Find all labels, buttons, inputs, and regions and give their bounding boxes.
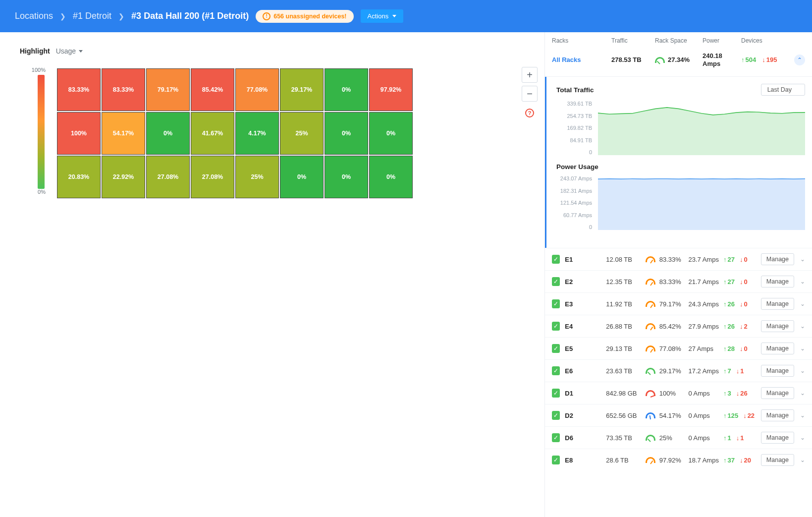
summary-row: All Racks 278.53 TB 27.34% 240.18 Amps 5…	[545, 47, 812, 77]
rack-devices-up: 1	[723, 434, 731, 442]
heatmap-cell[interactable]: 83.33%	[102, 69, 145, 111]
chevron-down-icon[interactable]: ⌄	[800, 457, 805, 463]
rack-traffic: 73.35 TB	[606, 434, 645, 442]
heatmap-cell[interactable]: 100%	[57, 113, 100, 154]
heatmap-cell[interactable]: 0%	[325, 156, 368, 198]
rack-checkbox[interactable]: ✓	[552, 366, 560, 375]
heatmap-cell[interactable]: 22.92%	[102, 156, 145, 198]
heatmap-cell[interactable]: 4.17%	[236, 113, 278, 154]
rack-traffic: 12.35 TB	[606, 278, 645, 286]
range-select[interactable]: Last Day	[761, 84, 805, 96]
help-icon[interactable]: ?	[525, 109, 534, 117]
rack-power: 18.7 Amps	[689, 457, 723, 464]
caret-down-icon	[392, 15, 396, 17]
gauge-icon	[646, 301, 655, 307]
chevron-down-icon[interactable]: ⌄	[800, 434, 805, 441]
manage-button[interactable]: Manage	[761, 320, 794, 332]
heatmap-cell[interactable]: 0%	[325, 113, 368, 154]
chevron-down-icon[interactable]: ⌄	[800, 300, 805, 307]
breadcrumb-locations[interactable]: Locations	[15, 11, 53, 21]
manage-button[interactable]: Manage	[761, 432, 794, 444]
rack-devices-down: 20	[740, 457, 751, 464]
rack-devices-up: 26	[723, 300, 735, 308]
rack-checkbox[interactable]: ✓	[552, 299, 560, 308]
rack-name: D2	[565, 412, 606, 419]
gauge-icon	[646, 345, 655, 351]
rack-name: E1	[565, 256, 606, 263]
rack-devices-down: 1	[736, 434, 744, 442]
traffic-chart-title: Total Traffic	[556, 86, 594, 94]
rack-row: ✓D2652.56 GB54.17%0 Amps12522Manage⌄	[545, 404, 812, 426]
rack-checkbox[interactable]: ✓	[552, 433, 560, 442]
heatmap-cell[interactable]: 79.17%	[147, 69, 189, 111]
heatmap-cell[interactable]: 27.08%	[147, 156, 189, 198]
manage-button[interactable]: Manage	[761, 454, 794, 466]
heatmap-cell[interactable]: 0%	[370, 156, 412, 198]
heatmap-cell[interactable]: 97.92%	[370, 69, 412, 111]
manage-button[interactable]: Manage	[761, 298, 794, 310]
rack-devices: 260	[723, 300, 761, 308]
rack-devices: 270	[723, 256, 761, 263]
rack-space-value: 54.17%	[659, 412, 681, 419]
heatmap-cell[interactable]: 25%	[236, 156, 278, 198]
chevron-down-icon[interactable]: ⌄	[800, 323, 805, 330]
heatmap-cell[interactable]: 85.42%	[191, 69, 234, 111]
rack-checkbox[interactable]: ✓	[552, 456, 560, 464]
actions-button[interactable]: Actions	[361, 9, 404, 23]
heatmap-cell[interactable]: 0%	[325, 69, 368, 111]
heatmap-cell[interactable]: 29.17%	[280, 69, 323, 111]
manage-button[interactable]: Manage	[761, 409, 794, 421]
manage-button[interactable]: Manage	[761, 276, 794, 287]
heatmap-cell[interactable]: 0%	[147, 113, 189, 154]
heatmap-cell[interactable]: 27.08%	[191, 156, 234, 198]
heatmap-cell[interactable]: 41.67%	[191, 113, 234, 154]
breadcrumb-detroit[interactable]: #1 Detroit	[73, 11, 111, 21]
rack-checkbox[interactable]: ✓	[552, 322, 560, 331]
heatmap-cell[interactable]: 0%	[280, 156, 323, 198]
heatmap-grid: 83.33%83.33%79.17%85.42%77.08%29.17%0%97…	[55, 67, 509, 200]
rack-space-value: 100%	[659, 390, 676, 397]
ylabel: 84.91 TB	[570, 137, 592, 143]
rack-checkbox[interactable]: ✓	[552, 255, 560, 264]
summary-traffic: 278.53 TB	[611, 56, 655, 63]
gauge-icon	[646, 323, 655, 329]
heatmap-cell[interactable]: 25%	[280, 113, 323, 154]
rack-devices: 326	[723, 390, 761, 397]
chevron-right-icon: ❯	[118, 12, 124, 20]
heatmap-cell[interactable]: 83.33%	[57, 69, 100, 111]
manage-button[interactable]: Manage	[761, 343, 794, 354]
caret-down-icon	[79, 50, 83, 53]
rack-checkbox[interactable]: ✓	[552, 344, 560, 353]
all-racks-link[interactable]: All Racks	[552, 56, 611, 63]
rack-checkbox[interactable]: ✓	[552, 277, 560, 286]
unassigned-devices-pill[interactable]: ! 656 unassigned devices!	[256, 10, 353, 23]
rack-row: ✓E623.63 TB29.17%17.2 Amps71Manage⌄	[545, 359, 812, 382]
rack-devices-up: 28	[723, 345, 735, 352]
chevron-down-icon[interactable]: ⌄	[800, 390, 805, 397]
zoom-out-button[interactable]: −	[522, 86, 538, 102]
manage-button[interactable]: Manage	[761, 387, 794, 399]
rack-devices: 11	[723, 434, 761, 442]
rack-name: E2	[565, 278, 606, 286]
manage-button[interactable]: Manage	[761, 253, 794, 265]
heatmap-cell[interactable]: 54.17%	[102, 113, 145, 154]
chevron-down-icon[interactable]: ⌄	[800, 256, 805, 263]
heatmap-cell[interactable]: 77.08%	[236, 69, 278, 111]
power-chart-title: Power Usage	[556, 163, 805, 171]
heatmap-cell[interactable]: 0%	[370, 113, 412, 154]
chevron-down-icon[interactable]: ⌄	[800, 412, 805, 419]
highlight-select[interactable]: Usage	[56, 47, 83, 55]
heatmap-cell[interactable]: 20.83%	[57, 156, 100, 198]
rack-checkbox[interactable]: ✓	[552, 411, 560, 420]
highlight-label: Highlight	[20, 47, 50, 55]
chevron-down-icon[interactable]: ⌄	[800, 345, 805, 352]
collapse-button[interactable]: ⌃	[794, 55, 805, 65]
zoom-in-button[interactable]: +	[522, 67, 538, 83]
rack-row: ✓E112.08 TB83.33%23.7 Amps270Manage⌄	[545, 248, 812, 270]
rack-checkbox[interactable]: ✓	[552, 389, 560, 398]
manage-button[interactable]: Manage	[761, 365, 794, 377]
gauge-icon	[646, 412, 655, 418]
rack-space: 25%	[646, 434, 689, 442]
chevron-down-icon[interactable]: ⌄	[800, 367, 805, 374]
chevron-down-icon[interactable]: ⌄	[800, 278, 805, 285]
